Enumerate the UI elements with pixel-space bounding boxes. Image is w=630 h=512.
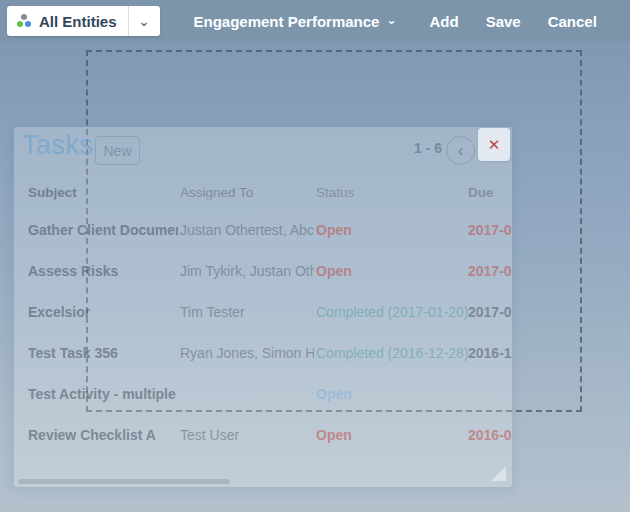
tasks-table: Subject Assigned To Status Due Gather Cl… [14,175,512,455]
task-subject: Excelsior [28,304,178,320]
dashboard-canvas: Tasks New 1 - 6 ‹ Subject Assigned To St… [0,42,630,512]
top-toolbar: All Entities ⌄ Engagement Performance ⌄ … [0,0,630,42]
table-row[interactable]: Excelsior Tim Tester Completed (2017-01-… [14,291,512,332]
table-header-row: Subject Assigned To Status Due [14,175,512,209]
task-assigned: Ryan Jones, Simon Ho... [180,345,314,361]
widget-resize-handle[interactable] [491,466,506,481]
column-header-assigned: Assigned To [180,185,314,200]
horizontal-scrollbar-thumb[interactable] [18,479,230,484]
task-table-rows: Gather Client Documen.. Justan Othertest… [14,209,512,455]
widget-title: Tasks [22,130,94,161]
task-subject: Test Task 356 [28,345,178,361]
column-header-due: Due [468,185,512,200]
table-row[interactable]: Assess Risks Jim Tykirk, Justan Oth... O… [14,250,512,291]
table-row[interactable]: Review Checklist A Test User Open 2016-0 [14,414,512,455]
close-icon: ✕ [488,136,501,154]
save-button[interactable]: Save [486,13,521,30]
column-header-status: Status [316,185,471,200]
entities-cluster-icon [16,13,32,29]
add-button[interactable]: Add [429,13,458,30]
column-header-subject: Subject [28,185,178,200]
entity-selector-main[interactable]: All Entities [7,6,128,36]
entity-selector-label: All Entities [39,13,117,30]
entity-selector-button[interactable]: All Entities ⌄ [7,6,160,36]
task-subject: Gather Client Documen.. [28,222,178,238]
task-status: Open [316,386,471,402]
chevron-down-icon[interactable]: ⌄ [129,6,160,36]
table-row[interactable]: Test Task 356 Ryan Jones, Simon Ho... Co… [14,332,512,373]
task-due: 2016-1 [468,345,512,361]
task-assigned: Jim Tykirk, Justan Oth... [180,263,314,279]
task-assigned: Justan Othertest, Abc... [180,222,314,238]
task-subject: Test Activity - multiple ... [28,386,178,402]
task-status: Completed (2017-01-20) [316,304,471,320]
task-due: 2017-0 [468,222,512,238]
task-subject: Review Checklist A [28,427,178,443]
table-row[interactable]: Gather Client Documen.. Justan Othertest… [14,209,512,250]
dashboard-selector[interactable]: Engagement Performance ⌄ [194,13,397,30]
task-assigned: Test User [180,427,314,443]
dashboard-selector-label: Engagement Performance [194,13,380,30]
remove-widget-button[interactable]: ✕ [478,128,510,161]
tasks-widget[interactable]: Tasks New 1 - 6 ‹ Subject Assigned To St… [14,127,512,487]
task-due: 2017-0 [468,304,512,320]
new-task-button[interactable]: New [95,136,140,165]
task-status: Completed (2016-12-28) [316,345,471,361]
task-assigned: Tim Tester [180,304,314,320]
task-due: 2016-0 [468,427,512,443]
task-subject: Assess Risks [28,263,178,279]
table-row[interactable]: Test Activity - multiple ... Open [14,373,512,414]
chevron-down-icon: ⌄ [386,13,396,27]
task-status: Open [316,222,471,238]
task-status: Open [316,427,471,443]
pagination-range: 1 - 6 [413,140,443,156]
task-due: 2017-0 [468,263,512,279]
pagination-prev-icon[interactable]: ‹ [446,136,475,165]
cancel-button[interactable]: Cancel [548,13,597,30]
task-status: Open [316,263,471,279]
